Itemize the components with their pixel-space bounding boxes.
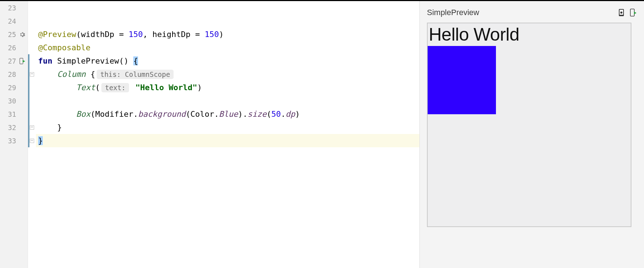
code-line-32[interactable]: }	[36, 121, 419, 134]
paren: )	[295, 110, 300, 119]
brace-open: {	[133, 56, 138, 65]
gear-icon[interactable]	[19, 31, 26, 38]
paren: )	[197, 83, 202, 92]
ext-size: size	[248, 110, 267, 119]
keyword-fun: fun	[38, 56, 52, 65]
fold-toggle-icon[interactable]	[30, 72, 34, 77]
code-line-28[interactable]: Column { this: ColumnScope	[36, 68, 419, 81]
call-text: Text	[76, 83, 95, 92]
number-literal: 150	[205, 30, 219, 39]
fold-cell	[28, 81, 36, 94]
fold-cell	[28, 121, 36, 134]
gutter-line-number[interactable]: 31	[0, 107, 28, 121]
svg-point-4	[620, 11, 622, 14]
color-blue: Blue	[219, 110, 238, 119]
brace-close: }	[57, 123, 62, 132]
code-line-27[interactable]: fun SimplePreview() {	[36, 54, 419, 68]
preview-header: SimplePreview	[427, 7, 637, 18]
code-text: ).	[238, 110, 248, 119]
preview-text-hello: Hello World	[428, 23, 631, 46]
code-editor[interactable]: @Preview(widthDp = 150, heightDp = 150) …	[36, 1, 419, 268]
gutter-line-number[interactable]: 27	[0, 54, 28, 68]
fold-cell	[28, 41, 36, 54]
code-line-24[interactable]	[36, 14, 419, 28]
fold-cell	[28, 14, 36, 28]
function-name: SimplePreview	[57, 56, 119, 65]
code-line-29[interactable]: Text(text: "Hello World")	[36, 81, 419, 94]
fold-cell	[28, 1, 36, 14]
preview-toolbar	[617, 8, 637, 17]
fold-cell	[28, 94, 36, 107]
run-gutter-icon[interactable]	[19, 58, 26, 64]
annotation-composable: @Composable	[38, 43, 91, 52]
paren: (	[95, 83, 100, 92]
compose-preview-panel: SimplePreview Hello World	[419, 1, 644, 268]
call-box: Box	[76, 110, 91, 119]
code-line-33[interactable]: }	[36, 134, 419, 147]
call-column: Column	[57, 70, 86, 79]
svg-marker-1	[23, 60, 25, 63]
code-text: )	[219, 30, 224, 39]
code-text: (Modifier.	[91, 110, 138, 119]
fold-toggle-icon[interactable]	[30, 125, 34, 130]
indent	[38, 83, 76, 92]
editor-gutter: 2324252627282930313233	[0, 1, 28, 268]
indent	[38, 70, 57, 79]
gutter-line-number[interactable]: 33	[0, 134, 28, 147]
indent	[38, 110, 76, 119]
number-literal: 150	[129, 30, 143, 39]
code-line-30[interactable]	[36, 94, 419, 107]
dot: .	[281, 110, 286, 119]
preview-title: SimplePreview	[427, 8, 479, 17]
gutter-line-number[interactable]: 28	[0, 68, 28, 81]
preview-blue-box	[428, 46, 496, 114]
space	[52, 56, 57, 65]
annotation-preview: @Preview	[38, 30, 76, 39]
inline-hint-scope: this: ColumnScope	[97, 70, 174, 79]
main-split: 2324252627282930313233 @Preview(widthDp …	[0, 1, 644, 268]
svg-marker-6	[634, 11, 636, 14]
code-text: (widthDp =	[76, 30, 129, 39]
brace-close: }	[38, 136, 43, 145]
gutter-line-number[interactable]: 32	[0, 121, 28, 134]
svg-rect-5	[630, 9, 634, 16]
fold-cell	[28, 68, 36, 81]
code-line-25[interactable]: @Preview(widthDp = 150, heightDp = 150)	[36, 28, 419, 41]
fold-toggle-icon[interactable]	[30, 139, 34, 143]
paren: (	[267, 110, 271, 119]
code-line-23[interactable]	[36, 1, 419, 14]
code-text: ()	[119, 56, 133, 65]
svg-rect-0	[20, 58, 23, 64]
gutter-line-number[interactable]: 23	[0, 1, 28, 14]
interactive-preview-icon[interactable]	[617, 8, 625, 17]
gutter-line-number[interactable]: 24	[0, 14, 28, 28]
editor-fold-strip	[28, 1, 36, 268]
preview-canvas[interactable]: Hello World	[427, 23, 631, 227]
ext-background: background	[138, 110, 185, 119]
indent	[38, 123, 57, 132]
space	[86, 70, 90, 79]
ext-dp: dp	[286, 110, 295, 119]
fold-cell	[28, 107, 36, 121]
brace-open: {	[91, 70, 95, 79]
string-literal: "Hello World"	[135, 83, 197, 92]
fold-cell	[28, 54, 36, 68]
inline-hint-param: text:	[101, 83, 129, 92]
deploy-preview-icon[interactable]	[629, 8, 637, 17]
code-text: , heightDp =	[143, 30, 204, 39]
gutter-line-number[interactable]: 29	[0, 81, 28, 94]
code-text: (Color.	[186, 110, 219, 119]
number-literal: 50	[271, 110, 281, 119]
fold-cell	[28, 28, 36, 41]
fold-cell	[28, 134, 36, 147]
space	[130, 83, 135, 92]
gutter-line-number[interactable]: 26	[0, 41, 28, 54]
gutter-line-number[interactable]: 25	[0, 28, 28, 41]
gutter-line-number[interactable]: 30	[0, 94, 28, 107]
code-line-26[interactable]: @Composable	[36, 41, 419, 54]
code-line-31[interactable]: Box(Modifier.background(Color.Blue).size…	[36, 107, 419, 121]
